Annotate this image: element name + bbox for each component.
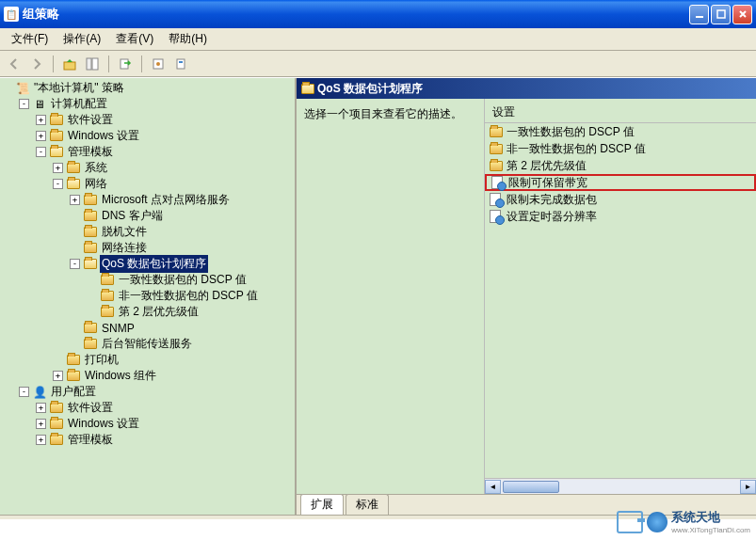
folder-icon	[100, 274, 115, 287]
window-title: 组策略	[23, 6, 689, 23]
list-area[interactable]: 设置 一致性数据包的 DSCP 值非一致性数据包的 DSCP 值第 2 层优先级…	[485, 99, 756, 494]
tree-windows-settings[interactable]: +Windows 设置	[36, 128, 293, 144]
computer-icon: 🖥	[32, 98, 47, 111]
tree-dns-client[interactable]: DNS 客户端	[70, 208, 293, 224]
scroll-thumb[interactable]	[503, 481, 559, 493]
folder-icon	[83, 338, 98, 351]
tree-u-admin-templates[interactable]: +管理模板	[36, 432, 293, 448]
folder-icon	[66, 162, 81, 175]
folder-icon	[489, 159, 504, 172]
forward-button[interactable]	[26, 54, 47, 74]
watermark-url: www.XiTongTianDi.com	[671, 526, 750, 534]
tree-u-windows-settings[interactable]: +Windows 设置	[36, 416, 293, 432]
expand-icon[interactable]: +	[70, 195, 80, 205]
menu-view[interactable]: 查看(V)	[108, 29, 161, 49]
show-hide-tree-button[interactable]	[82, 54, 103, 74]
svg-rect-5	[121, 59, 128, 69]
toolbar-separator	[108, 56, 109, 72]
expand-icon[interactable]: +	[53, 371, 63, 381]
export-button[interactable]	[115, 54, 136, 74]
folder-icon	[49, 130, 64, 143]
content-title: QoS 数据包计划程序	[317, 81, 423, 97]
menu-help[interactable]: 帮助(H)	[161, 29, 215, 49]
menu-file[interactable]: 文件(F)	[4, 29, 56, 49]
svg-rect-3	[87, 58, 91, 70]
list-item-label: 设置定时器分辨率	[507, 209, 597, 225]
tab-standard[interactable]: 标准	[346, 494, 389, 515]
tree-u-software-settings[interactable]: +软件设置	[36, 400, 293, 416]
expand-icon[interactable]: +	[36, 115, 46, 125]
tree-qos-scheduler[interactable]: -QoS 数据包计划程序	[70, 256, 293, 272]
folder-icon	[100, 290, 115, 303]
collapse-icon[interactable]: -	[36, 147, 46, 157]
expand-icon[interactable]: +	[36, 419, 46, 429]
tree-net-connections[interactable]: 网络连接	[70, 240, 293, 256]
collapse-icon[interactable]: -	[19, 387, 29, 397]
main-area: 📜"本地计算机" 策略 -🖥计算机配置 +软件设置 +Windows 设置 -管…	[0, 77, 756, 515]
list-item-label: 限制可保留带宽	[508, 175, 587, 191]
list-item[interactable]: 非一致性数据包的 DSCP 值	[485, 140, 756, 157]
expand-icon[interactable]: +	[36, 435, 46, 445]
scroll-right-button[interactable]: ►	[740, 480, 756, 494]
minimize-button[interactable]	[689, 5, 709, 24]
tab-extended[interactable]: 扩展	[300, 494, 344, 515]
svg-rect-8	[177, 59, 185, 69]
window-controls	[689, 5, 752, 24]
column-header-settings[interactable]: 设置	[485, 103, 756, 123]
expand-icon[interactable]: +	[53, 163, 63, 173]
folder-icon	[66, 370, 81, 383]
tree-root[interactable]: 📜"本地计算机" 策略	[2, 80, 293, 96]
statusbar	[0, 515, 756, 519]
folder-icon	[83, 322, 98, 335]
menu-action[interactable]: 操作(A)	[56, 29, 108, 49]
tree-software-settings[interactable]: +软件设置	[36, 112, 293, 128]
list-item[interactable]: 限制可保留带宽	[485, 174, 756, 191]
toolbar-separator	[53, 56, 54, 72]
horizontal-scrollbar[interactable]: ◄ ►	[485, 478, 756, 494]
tree-bits[interactable]: 后台智能传送服务	[70, 336, 293, 352]
folder-icon	[83, 194, 98, 207]
scroll-track[interactable]	[501, 480, 740, 494]
back-button[interactable]	[4, 54, 24, 74]
collapse-icon[interactable]: -	[19, 99, 29, 109]
collapse-icon[interactable]: -	[53, 179, 63, 189]
tree-system[interactable]: +系统	[53, 160, 293, 176]
maximize-button[interactable]	[711, 5, 731, 24]
properties-button[interactable]	[148, 54, 169, 74]
tree-layer2-priority[interactable]: 第 2 层优先级值	[87, 304, 293, 320]
list-item[interactable]: 第 2 层优先级值	[485, 157, 756, 174]
tree-consistent-dscp[interactable]: 一致性数据包的 DSCP 值	[87, 272, 293, 288]
list-item[interactable]: 限制未完成数据包	[485, 191, 756, 208]
list-item[interactable]: 设置定时器分辨率	[485, 208, 756, 225]
tree-panel[interactable]: 📜"本地计算机" 策略 -🖥计算机配置 +软件设置 +Windows 设置 -管…	[0, 78, 297, 515]
tree-admin-templates[interactable]: -管理模板	[36, 144, 293, 160]
scroll-left-button[interactable]: ◄	[485, 480, 501, 494]
svg-rect-2	[64, 62, 75, 70]
folder-icon	[49, 434, 64, 447]
description-area: 选择一个项目来查看它的描述。	[297, 99, 485, 494]
expand-icon[interactable]: +	[36, 131, 46, 141]
filter-button[interactable]	[170, 54, 191, 74]
close-button[interactable]	[732, 5, 752, 24]
up-button[interactable]	[59, 54, 80, 74]
collapse-icon[interactable]: -	[70, 259, 80, 269]
tree-network[interactable]: -网络	[53, 176, 293, 192]
folder-icon	[49, 114, 64, 127]
folder-icon	[100, 306, 115, 319]
svg-rect-1	[717, 10, 725, 18]
tabs-row: 扩展 标准	[297, 494, 756, 515]
tree-printers[interactable]: 打印机	[53, 352, 293, 368]
list-item[interactable]: 一致性数据包的 DSCP 值	[485, 123, 756, 140]
tree-user-config[interactable]: -👤用户配置	[19, 384, 293, 400]
svg-rect-9	[179, 61, 183, 63]
tree-offline-files[interactable]: 脱机文件	[70, 224, 293, 240]
expand-icon[interactable]: +	[36, 403, 46, 413]
tree-ms-p2p[interactable]: +Microsoft 点对点网络服务	[70, 192, 293, 208]
setting-icon	[489, 193, 504, 206]
tree-inconsistent-dscp[interactable]: 非一致性数据包的 DSCP 值	[87, 288, 293, 304]
tree-computer-config[interactable]: -🖥计算机配置	[19, 96, 293, 112]
tree-snmp[interactable]: SNMP	[70, 320, 293, 336]
folder-icon	[83, 210, 98, 223]
titlebar: 📋 组策略	[0, 0, 756, 28]
tree-windows-components[interactable]: +Windows 组件	[53, 368, 293, 384]
